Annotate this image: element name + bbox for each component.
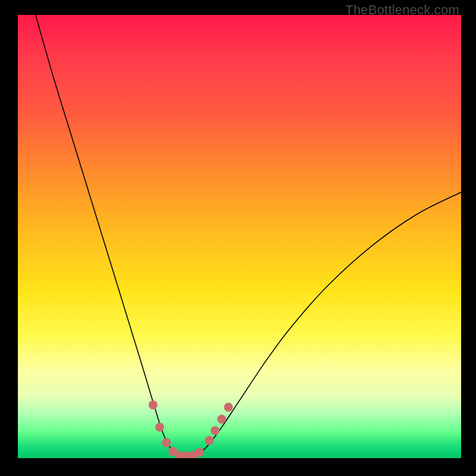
marker-point (211, 426, 220, 435)
marker-point (195, 448, 204, 457)
curve-layer (18, 15, 461, 458)
marker-point (162, 438, 171, 447)
chart-frame: TheBottleneck.com (0, 0, 476, 476)
plot-area (18, 15, 461, 458)
marker-point (205, 436, 214, 445)
marker-point (224, 403, 233, 412)
watermark-text: TheBottleneck.com (345, 2, 459, 18)
marker-point (217, 415, 226, 424)
marker-point (155, 422, 164, 431)
bottleneck-curve (36, 15, 461, 456)
marker-point (149, 400, 158, 409)
